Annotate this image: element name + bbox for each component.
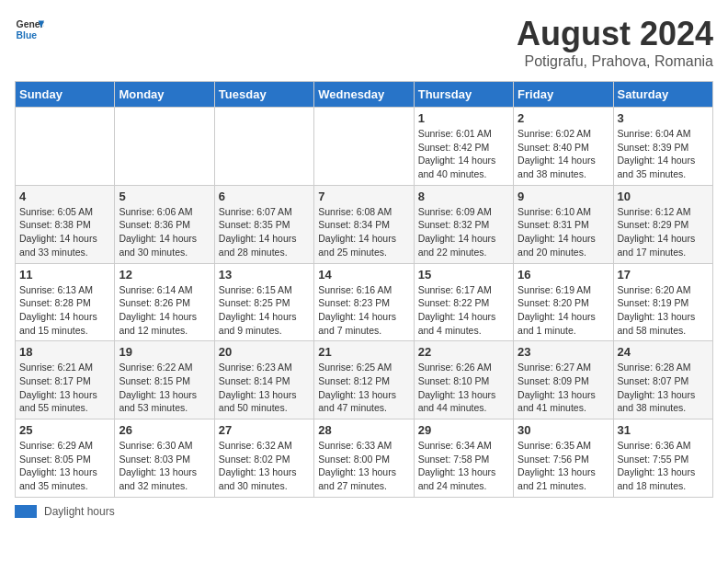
day-info: Sunrise: 6:30 AMSunset: 8:03 PMDaylight:…: [119, 439, 210, 493]
month-year-title: August 2024: [517, 15, 713, 53]
weekday-header-thursday: Thursday: [414, 82, 513, 108]
day-number: 5: [119, 190, 210, 203]
calendar-cell: 30Sunrise: 6:35 AMSunset: 7:56 PMDayligh…: [514, 419, 613, 498]
calendar-cell: 20Sunrise: 6:23 AMSunset: 8:14 PMDayligh…: [214, 341, 313, 419]
day-number: 29: [418, 423, 509, 437]
calendar-cell: [314, 108, 414, 186]
calendar-cell: 31Sunrise: 6:36 AMSunset: 7:55 PMDayligh…: [613, 419, 712, 498]
day-number: 4: [19, 190, 110, 203]
calendar-cell: 26Sunrise: 6:30 AMSunset: 8:03 PMDayligh…: [115, 419, 214, 498]
calendar-cell: 6Sunrise: 6:07 AMSunset: 8:35 PMDaylight…: [214, 185, 313, 263]
weekday-header-friday: Friday: [514, 82, 613, 108]
calendar-cell: 14Sunrise: 6:16 AMSunset: 8:23 PMDayligh…: [314, 263, 414, 341]
day-info: Sunrise: 6:06 AMSunset: 8:36 PMDaylight:…: [119, 205, 210, 259]
calendar-cell: 15Sunrise: 6:17 AMSunset: 8:22 PMDayligh…: [414, 263, 513, 341]
calendar-week-row: 18Sunrise: 6:21 AMSunset: 8:17 PMDayligh…: [16, 341, 713, 419]
day-info: Sunrise: 6:32 AMSunset: 8:02 PMDaylight:…: [219, 439, 310, 493]
day-info: Sunrise: 6:35 AMSunset: 7:56 PMDaylight:…: [518, 439, 609, 493]
legend-label: Daylight hours: [44, 505, 115, 518]
day-number: 30: [518, 423, 609, 437]
calendar-cell: 3Sunrise: 6:04 AMSunset: 8:39 PMDaylight…: [613, 108, 712, 186]
day-number: 22: [418, 345, 509, 359]
day-info: Sunrise: 6:05 AMSunset: 8:38 PMDaylight:…: [19, 205, 110, 259]
day-info: Sunrise: 6:25 AMSunset: 8:12 PMDaylight:…: [318, 361, 409, 415]
calendar-cell: 10Sunrise: 6:12 AMSunset: 8:29 PMDayligh…: [613, 185, 712, 263]
weekday-header-row: SundayMondayTuesdayWednesdayThursdayFrid…: [16, 82, 713, 108]
day-info: Sunrise: 6:26 AMSunset: 8:10 PMDaylight:…: [418, 361, 509, 415]
day-number: 18: [19, 345, 110, 359]
weekday-header-tuesday: Tuesday: [214, 82, 313, 108]
day-number: 13: [219, 268, 310, 282]
calendar-cell: 25Sunrise: 6:29 AMSunset: 8:05 PMDayligh…: [16, 419, 115, 498]
calendar-cell: 22Sunrise: 6:26 AMSunset: 8:10 PMDayligh…: [414, 341, 513, 419]
day-number: 17: [618, 268, 709, 282]
calendar-cell: 2Sunrise: 6:02 AMSunset: 8:40 PMDaylight…: [514, 108, 613, 186]
logo: General Blue: [15, 15, 44, 44]
calendar-week-row: 1Sunrise: 6:01 AMSunset: 8:42 PMDaylight…: [16, 108, 713, 186]
calendar-week-row: 25Sunrise: 6:29 AMSunset: 8:05 PMDayligh…: [16, 419, 713, 498]
calendar-cell: 24Sunrise: 6:28 AMSunset: 8:07 PMDayligh…: [613, 341, 712, 419]
calendar-cell: 17Sunrise: 6:20 AMSunset: 8:19 PMDayligh…: [613, 263, 712, 341]
calendar-cell: [16, 108, 115, 186]
day-number: 23: [518, 345, 609, 359]
calendar-cell: 9Sunrise: 6:10 AMSunset: 8:31 PMDaylight…: [514, 185, 613, 263]
weekday-header-wednesday: Wednesday: [314, 82, 414, 108]
calendar-cell: 5Sunrise: 6:06 AMSunset: 8:36 PMDaylight…: [115, 185, 214, 263]
calendar-cell: 4Sunrise: 6:05 AMSunset: 8:38 PMDaylight…: [16, 185, 115, 263]
calendar-cell: 18Sunrise: 6:21 AMSunset: 8:17 PMDayligh…: [16, 341, 115, 419]
calendar-cell: 19Sunrise: 6:22 AMSunset: 8:15 PMDayligh…: [115, 341, 214, 419]
legend-color-box: [15, 505, 37, 518]
day-info: Sunrise: 6:19 AMSunset: 8:20 PMDaylight:…: [518, 283, 609, 338]
day-info: Sunrise: 6:36 AMSunset: 7:55 PMDaylight:…: [618, 439, 709, 493]
day-number: 1: [418, 111, 509, 125]
day-number: 9: [518, 190, 609, 203]
day-info: Sunrise: 6:16 AMSunset: 8:23 PMDaylight:…: [318, 283, 409, 338]
calendar-cell: 13Sunrise: 6:15 AMSunset: 8:25 PMDayligh…: [214, 263, 313, 341]
day-info: Sunrise: 6:28 AMSunset: 8:07 PMDaylight:…: [618, 361, 709, 415]
page-header: General Blue August 2024 Potigrafu, Prah…: [15, 15, 713, 70]
day-info: Sunrise: 6:33 AMSunset: 8:00 PMDaylight:…: [318, 439, 409, 493]
day-number: 2: [518, 111, 609, 125]
day-info: Sunrise: 6:15 AMSunset: 8:25 PMDaylight:…: [219, 283, 310, 338]
day-number: 28: [318, 423, 409, 437]
calendar-week-row: 4Sunrise: 6:05 AMSunset: 8:38 PMDaylight…: [16, 185, 713, 263]
day-info: Sunrise: 6:20 AMSunset: 8:19 PMDaylight:…: [618, 283, 709, 338]
day-number: 14: [318, 268, 409, 282]
calendar-cell: [115, 108, 214, 186]
calendar-cell: 28Sunrise: 6:33 AMSunset: 8:00 PMDayligh…: [314, 419, 414, 498]
legend: Daylight hours: [15, 505, 713, 518]
day-number: 3: [618, 111, 709, 125]
day-number: 31: [618, 423, 709, 437]
day-info: Sunrise: 6:04 AMSunset: 8:39 PMDaylight:…: [618, 127, 709, 181]
day-number: 20: [219, 345, 310, 359]
day-info: Sunrise: 6:21 AMSunset: 8:17 PMDaylight:…: [19, 361, 110, 415]
calendar-cell: 29Sunrise: 6:34 AMSunset: 7:58 PMDayligh…: [414, 419, 513, 498]
calendar-cell: 23Sunrise: 6:27 AMSunset: 8:09 PMDayligh…: [514, 341, 613, 419]
day-info: Sunrise: 6:01 AMSunset: 8:42 PMDaylight:…: [418, 127, 509, 181]
day-number: 21: [318, 345, 409, 359]
day-number: 25: [19, 423, 110, 437]
svg-text:Blue: Blue: [17, 30, 38, 40]
page-container: General Blue August 2024 Potigrafu, Prah…: [15, 15, 713, 518]
calendar-cell: 1Sunrise: 6:01 AMSunset: 8:42 PMDaylight…: [414, 108, 513, 186]
day-info: Sunrise: 6:09 AMSunset: 8:32 PMDaylight:…: [418, 205, 509, 259]
day-number: 26: [119, 423, 210, 437]
day-number: 24: [618, 345, 709, 359]
calendar-cell: 27Sunrise: 6:32 AMSunset: 8:02 PMDayligh…: [214, 419, 313, 498]
day-number: 15: [418, 268, 509, 282]
calendar-cell: [214, 108, 313, 186]
day-info: Sunrise: 6:34 AMSunset: 7:58 PMDaylight:…: [418, 439, 509, 493]
day-info: Sunrise: 6:02 AMSunset: 8:40 PMDaylight:…: [518, 127, 609, 181]
day-number: 19: [119, 345, 210, 359]
location-subtitle: Potigrafu, Prahova, Romania: [517, 53, 713, 70]
weekday-header-sunday: Sunday: [16, 82, 115, 108]
day-info: Sunrise: 6:08 AMSunset: 8:34 PMDaylight:…: [318, 205, 409, 259]
calendar-cell: 21Sunrise: 6:25 AMSunset: 8:12 PMDayligh…: [314, 341, 414, 419]
logo-icon: General Blue: [15, 15, 44, 44]
calendar-cell: 7Sunrise: 6:08 AMSunset: 8:34 PMDaylight…: [314, 185, 414, 263]
weekday-header-saturday: Saturday: [613, 82, 712, 108]
day-number: 10: [618, 190, 709, 203]
title-block: August 2024 Potigrafu, Prahova, Romania: [517, 15, 713, 70]
day-number: 27: [219, 423, 310, 437]
calendar-week-row: 11Sunrise: 6:13 AMSunset: 8:28 PMDayligh…: [16, 263, 713, 341]
